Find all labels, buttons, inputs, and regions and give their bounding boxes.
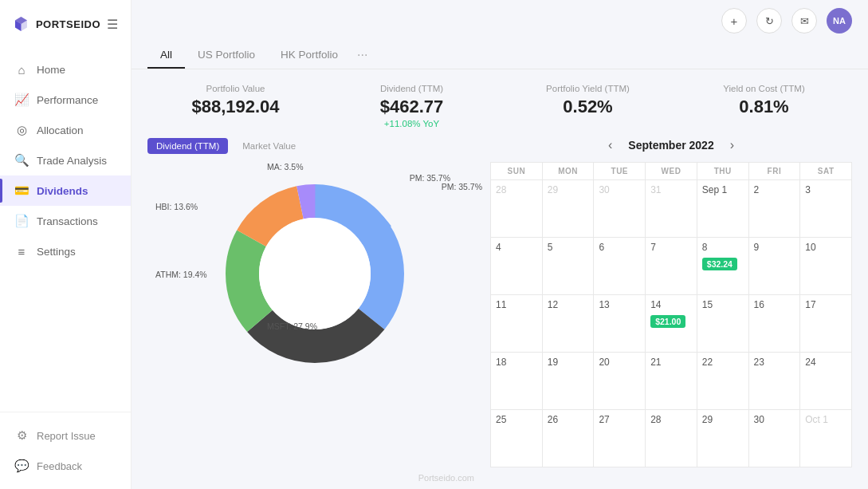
calendar-cell[interactable]: 2	[749, 180, 801, 238]
calendar-cell[interactable]: Sep 1	[697, 180, 749, 238]
calendar-cell[interactable]: 29	[697, 410, 749, 467]
sidebar-item-report-issue[interactable]: ⚙ Report Issue	[0, 420, 131, 451]
calendar-date: 4	[496, 242, 501, 253]
calendar-cell[interactable]: 14$21.00	[646, 295, 697, 353]
calendar-cell[interactable]: 26	[543, 410, 595, 467]
sidebar-item-performance[interactable]: 📈 Performance	[0, 85, 131, 115]
calendar-cell[interactable]: 23	[749, 353, 801, 410]
add-button[interactable]: +	[721, 8, 747, 34]
calendar-cell[interactable]: 24	[800, 353, 852, 410]
calendar-cell[interactable]: 15	[697, 295, 749, 353]
tab-more[interactable]: ···	[351, 41, 374, 69]
calendar-cell[interactable]: 9	[749, 238, 801, 295]
calendar-cell[interactable]: 20	[594, 353, 646, 410]
calendar-cell[interactable]: 28	[646, 410, 697, 467]
calendar-cell[interactable]: 8$32.24	[697, 238, 749, 295]
calendar-cell[interactable]: 19	[543, 353, 595, 410]
sidebar-item-settings-label: Settings	[37, 246, 76, 258]
calendar-cell[interactable]: 22	[697, 353, 749, 410]
calendar-date: 30	[599, 184, 609, 195]
sidebar-item-feedback[interactable]: 💬 Feedback	[0, 451, 131, 481]
calendar-cell[interactable]: 30	[749, 410, 801, 467]
calendar-cell[interactable]: 10	[800, 238, 852, 295]
calendar-date: 5	[548, 242, 553, 253]
calendar-date: 28	[496, 184, 506, 195]
search-icon: 🔍	[14, 153, 29, 168]
body-row: Dividend (TTM) Market Value	[147, 138, 852, 489]
calendar-cell[interactable]: 31	[646, 180, 697, 238]
calendar-date: 17	[805, 299, 815, 310]
calendar-cell[interactable]: 12	[543, 295, 595, 353]
app-name: PORTSEIDO	[36, 18, 100, 30]
tabs: All US Portfolio HK Portfolio ···	[147, 41, 852, 69]
calendar-header: ‹ September 2022 ›	[490, 138, 852, 152]
message-button[interactable]: ✉	[791, 8, 817, 34]
logo-area: PORTSEIDO ☰	[0, 0, 131, 48]
hamburger-icon[interactable]: ☰	[107, 17, 118, 32]
calendar-cell[interactable]: 25	[491, 410, 543, 467]
calendar-cell[interactable]: 18	[491, 353, 543, 410]
calendar-date: 11	[496, 299, 506, 310]
calendar-date: 25	[496, 414, 506, 425]
sidebar-item-settings[interactable]: ≡ Settings	[0, 236, 131, 266]
calendar-cell[interactable]: 4	[491, 238, 543, 295]
tab-hk-portfolio[interactable]: HK Portfolio	[268, 42, 351, 69]
user-avatar[interactable]: NA	[827, 8, 852, 34]
chart-watermark: Portseido.com	[418, 473, 474, 483]
calendar-cell[interactable]: 3	[800, 180, 852, 238]
calendar-day-header: WED	[646, 163, 697, 180]
calendar-date: 6	[599, 242, 604, 253]
calendar-area: ‹ September 2022 › SUNMONTUEWEDTHUFRISAT…	[482, 138, 852, 489]
calendar-cell[interactable]: 13	[594, 295, 646, 353]
calendar-date: 10	[805, 242, 815, 253]
calendar-cell[interactable]: 6	[594, 238, 646, 295]
topbar: + ↻ ✉ NA	[132, 0, 868, 41]
sidebar-item-transactions[interactable]: 📄 Transactions	[0, 206, 131, 236]
calendar-title: September 2022	[628, 139, 713, 152]
sidebar-item-trade-analysis-label: Trade Analysis	[37, 155, 107, 167]
calendar-prev-button[interactable]: ‹	[608, 138, 612, 152]
calendar-cell[interactable]: Oct 1	[800, 410, 852, 467]
calendar-cell[interactable]: 29	[543, 180, 595, 238]
legend-btn-dividend[interactable]: Dividend (TTM)	[147, 138, 228, 154]
calendar-date: 3	[805, 184, 811, 195]
home-icon: ⌂	[14, 62, 29, 77]
sidebar-item-trade-analysis[interactable]: 🔍 Trade Analysis	[0, 145, 131, 175]
sidebar-item-allocation-label: Allocation	[37, 124, 84, 136]
stat-yield-on-cost-value: 0.81%	[739, 97, 788, 117]
sidebar: PORTSEIDO ☰ ⌂ Home 📈 Performance ◎ Alloc…	[0, 0, 132, 489]
calendar-date: 20	[599, 357, 609, 368]
stat-dividend-label: Dividend (TTM)	[380, 84, 443, 93]
main-content: + ↻ ✉ NA All US Portfolio HK Portfolio ·…	[132, 0, 868, 489]
stat-portfolio-value: Portfolio Value $88,192.04	[147, 84, 324, 117]
calendar-cell[interactable]: 30	[594, 180, 646, 238]
calendar-cell[interactable]: 28	[491, 180, 543, 238]
feedback-icon: 💬	[14, 459, 29, 473]
refresh-button[interactable]: ↻	[756, 8, 782, 34]
calendar-cell[interactable]: 5	[543, 238, 595, 295]
donut-real-svg	[203, 162, 426, 385]
legend-btn-market-value[interactable]: Market Value	[234, 139, 304, 153]
sidebar-item-dividends[interactable]: 💳 Dividends	[0, 175, 131, 206]
calendar-cell[interactable]: 7	[646, 238, 697, 295]
calendar-date: 22	[702, 357, 713, 368]
calendar-day-header: FRI	[749, 163, 801, 180]
tab-all[interactable]: All	[147, 42, 185, 69]
calendar-event[interactable]: $21.00	[650, 315, 685, 328]
calendar-event[interactable]: $32.24	[702, 258, 737, 270]
calendar-next-button[interactable]: ›	[730, 138, 734, 152]
sidebar-item-home[interactable]: ⌂ Home	[0, 54, 131, 85]
sidebar-item-allocation[interactable]: ◎ Allocation	[0, 115, 131, 145]
sidebar-item-home-label: Home	[37, 64, 65, 76]
calendar-cell[interactable]: 27	[594, 410, 646, 467]
dividends-icon: 💳	[14, 183, 29, 198]
calendar-cell[interactable]: 21	[646, 353, 697, 410]
calendar-cell[interactable]: 17	[800, 295, 852, 353]
calendar-date: 28	[650, 414, 661, 425]
calendar-date: 21	[650, 357, 661, 368]
calendar-cell[interactable]: 16	[749, 295, 801, 353]
calendar-cell[interactable]: 11	[491, 295, 543, 353]
calendar-date: 19	[548, 357, 558, 368]
sidebar-bottom: ⚙ Report Issue 💬 Feedback	[0, 412, 131, 489]
tab-us-portfolio[interactable]: US Portfolio	[185, 42, 268, 69]
